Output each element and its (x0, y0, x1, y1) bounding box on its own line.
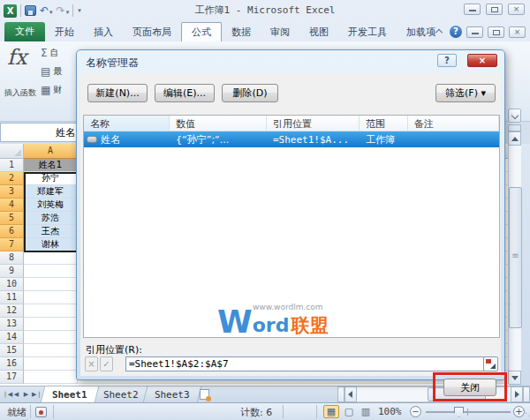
workbook-minimize-button[interactable] (466, 26, 483, 38)
last-sheet-icon[interactable]: ▶❘ (32, 391, 40, 398)
scroll-track[interactable] (508, 146, 521, 371)
scroll-thumb[interactable] (509, 187, 522, 328)
ribbon-tab-公式[interactable]: 公式 (181, 22, 222, 41)
select-all-corner[interactable] (0, 144, 24, 159)
row-header-9[interactable]: 9 (0, 265, 24, 278)
row-header-11[interactable]: 11 (0, 291, 24, 304)
tab-split-handle[interactable] (337, 386, 344, 402)
column-scope[interactable]: 范围 (360, 116, 408, 131)
row-header-13[interactable]: 13 (0, 318, 24, 331)
dialog-close-button[interactable]: 关闭 (443, 379, 496, 396)
ribbon-tab-开始[interactable]: 开始 (45, 23, 84, 41)
sheet-tab-Sheet1[interactable]: Sheet1 (41, 386, 99, 402)
cell-A2[interactable]: 孙宁 (24, 172, 78, 185)
cell-A3[interactable]: 郑建军 (24, 185, 78, 199)
row-header-7[interactable]: 7 (0, 238, 24, 251)
help-icon[interactable]: ? (450, 26, 462, 38)
scroll-down-button[interactable] (508, 371, 521, 385)
name-entry-row[interactable]: 姓名 {“孙宁”;“... =Sheet1!$A... 工作簿 (84, 131, 499, 147)
cell-A1[interactable]: 姓名1 (24, 159, 78, 172)
undo-button[interactable]: ↶▾ (40, 5, 53, 17)
cell-A10[interactable] (24, 278, 78, 291)
column-value[interactable]: 数值 (170, 116, 267, 131)
zoom-level[interactable]: 100% (378, 406, 402, 417)
save-icon[interactable] (25, 5, 36, 16)
new-name-button[interactable]: 新建(N)... (87, 84, 148, 102)
name-box[interactable]: 姓名 (0, 123, 81, 142)
next-sheet-icon[interactable]: ▶ (22, 391, 30, 398)
ribbon-tab-审阅[interactable]: 审阅 (261, 23, 299, 41)
row-header-3[interactable]: 3 (0, 185, 24, 199)
cell-A15[interactable] (24, 344, 78, 357)
macro-record-icon[interactable] (35, 407, 47, 417)
row-header-6[interactable]: 6 (0, 225, 24, 238)
ribbon-tab-开发工具[interactable]: 开发工具 (338, 23, 397, 41)
workbook-close-button[interactable]: × (509, 26, 526, 38)
zoom-slider-thumb[interactable] (454, 407, 464, 417)
workbook-restore-button[interactable] (488, 26, 504, 38)
row-header-8[interactable]: 8 (0, 251, 24, 265)
cell-A11[interactable] (24, 291, 78, 304)
row-header-17[interactable]: 17 (0, 371, 24, 384)
autosum-button[interactable]: Σ 自 (41, 43, 78, 62)
page-layout-view-button[interactable]: ▢ (341, 405, 357, 418)
file-tab[interactable]: 文件 (4, 22, 45, 41)
normal-view-button[interactable]: ▦ (323, 405, 339, 418)
recent-functions-button[interactable]: ▤ 最 (41, 62, 78, 80)
hscroll-end-handle[interactable] (523, 386, 530, 402)
row-header-1[interactable]: 1 (0, 159, 24, 172)
page-break-view-button[interactable]: ▥ (358, 405, 374, 418)
filter-button[interactable]: 筛选(F) ▾ (435, 84, 496, 102)
ribbon-tab-数据[interactable]: 数据 (222, 23, 261, 41)
zoom-slider-track[interactable] (426, 411, 511, 413)
sheet-tab-Sheet3[interactable]: Sheet3 (142, 386, 201, 402)
row-header-2[interactable]: 2 (0, 172, 24, 185)
insert-function-label[interactable]: 插入函数 (0, 87, 41, 99)
cell-A9[interactable] (24, 265, 78, 278)
zoom-out-button[interactable]: − (410, 406, 421, 417)
redo-button[interactable]: ↷▾ (57, 5, 70, 17)
confirm-entry-icon[interactable]: ✓ (100, 356, 113, 371)
customize-qat-icon[interactable]: ▾ (78, 7, 81, 14)
delete-name-button[interactable]: 删除(D) (222, 84, 278, 102)
dialog-close-icon[interactable]: × (467, 54, 497, 67)
dialog-help-button[interactable]: ? (437, 54, 457, 67)
edit-name-button[interactable]: 编辑(E)... (155, 84, 215, 102)
row-header-14[interactable]: 14 (0, 331, 24, 344)
financial-button[interactable]: ▦ 财 (41, 80, 78, 99)
column-name[interactable]: 名称 (84, 116, 170, 131)
cell-A8[interactable] (24, 251, 78, 265)
row-header-4[interactable]: 4 (0, 199, 24, 212)
cell-A12[interactable] (24, 304, 78, 318)
first-sheet-icon[interactable]: ❘◀ (3, 391, 11, 398)
cell-A5[interactable]: 苏浩 (24, 212, 78, 225)
row-header-10[interactable]: 10 (0, 278, 24, 291)
row-header-5[interactable]: 5 (0, 212, 24, 225)
cell-A7[interactable]: 谢林 (24, 238, 78, 251)
dialog-title-bar[interactable]: 名称管理器 ? × (77, 50, 504, 73)
row-header-16[interactable]: 16 (0, 357, 24, 371)
cancel-entry-icon[interactable]: × (85, 356, 98, 371)
scroll-up-button[interactable] (508, 131, 521, 146)
column-comment[interactable]: 备注 (408, 116, 499, 131)
hscroll-left-button[interactable] (344, 386, 357, 402)
ribbon-tab-插入[interactable]: 插入 (84, 23, 123, 41)
cell-A17[interactable] (24, 371, 78, 384)
restore-button[interactable] (486, 4, 503, 15)
cell-A6[interactable]: 王杰 (24, 225, 78, 238)
row-header-15[interactable]: 15 (0, 344, 24, 357)
column-refers-to[interactable]: 引用位置 (267, 116, 360, 131)
expand-formula-bar-icon[interactable] (508, 109, 521, 123)
cell-A14[interactable] (24, 331, 78, 344)
fx-icon[interactable]: fx (7, 45, 26, 70)
ribbon-tab-页面布局[interactable]: 页面布局 (123, 23, 181, 41)
column-header-A[interactable]: A (24, 144, 78, 159)
ribbon-tab-视图[interactable]: 视图 (299, 23, 338, 41)
refers-to-input[interactable] (125, 356, 489, 371)
prev-sheet-icon[interactable]: ◀ (12, 391, 20, 398)
sheet-tab-Sheet2[interactable]: Sheet2 (92, 386, 150, 402)
resize-grip[interactable]: ⋱ (522, 409, 529, 417)
minimize-button[interactable] (464, 4, 481, 15)
minimize-ribbon-icon[interactable] (433, 26, 445, 37)
split-handle[interactable] (508, 124, 521, 131)
